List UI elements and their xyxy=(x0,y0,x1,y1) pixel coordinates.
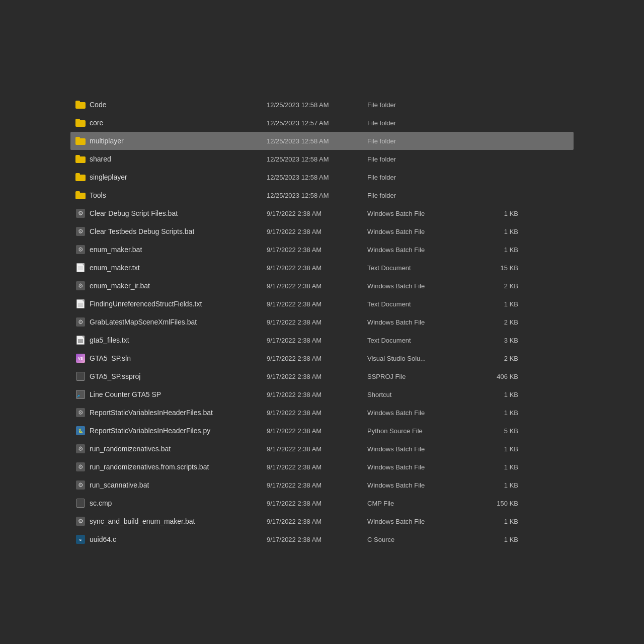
file-name-cell: multiplayer xyxy=(75,136,267,146)
file-name-cell: ↗Line Counter GTA5 SP xyxy=(75,389,267,399)
file-row[interactable]: ⚙run_randomizenatives.from.scripts.bat9/… xyxy=(70,458,574,476)
file-row[interactable]: ⚙run_scannative.bat9/17/2022 2:38 AMWind… xyxy=(70,476,574,494)
file-size: 1 KB xyxy=(468,246,518,254)
file-name-cell: FindingUnreferencedStructFields.txt xyxy=(75,299,267,309)
file-row[interactable]: cuuid64.c9/17/2022 2:38 AMC Source1 KB xyxy=(70,530,574,548)
file-type: Text Document xyxy=(367,264,468,272)
file-row[interactable]: gta5_files.txt9/17/2022 2:38 AMText Docu… xyxy=(70,331,574,349)
file-row[interactable]: core12/25/2023 12:57 AMFile folder xyxy=(70,114,574,132)
file-type: Text Document xyxy=(367,300,468,308)
file-row[interactable]: singleplayer12/25/2023 12:58 AMFile fold… xyxy=(70,168,574,186)
file-name: Clear Debug Script Files.bat xyxy=(90,209,178,217)
file-size: 2 KB xyxy=(468,282,518,290)
file-date: 9/17/2022 2:38 AM xyxy=(267,300,367,308)
file-name: Line Counter GTA5 SP xyxy=(90,390,161,398)
file-name: multiplayer xyxy=(90,137,124,145)
file-name-cell: ⚙sync_and_build_enum_maker.bat xyxy=(75,516,267,526)
bat-file-icon: ⚙ xyxy=(75,516,86,526)
file-type: File folder xyxy=(367,174,468,181)
file-row[interactable]: ⚙Clear Testbeds Debug Scripts.bat9/17/20… xyxy=(70,222,574,240)
file-name: enum_maker_ir.bat xyxy=(90,282,150,290)
file-date: 12/25/2023 12:58 AM xyxy=(267,192,367,199)
folder-icon xyxy=(75,190,86,200)
file-row[interactable]: VSGTA5_SP.sln9/17/2022 2:38 AMVisual Stu… xyxy=(70,349,574,367)
file-date: 9/17/2022 2:38 AM xyxy=(267,391,367,398)
file-date: 9/17/2022 2:38 AM xyxy=(267,518,367,525)
file-row[interactable]: ⚙Clear Debug Script Files.bat9/17/2022 2… xyxy=(70,204,574,222)
file-type: Visual Studio Solu... xyxy=(367,355,468,362)
file-name: run_randomizenatives.bat xyxy=(90,445,171,453)
file-name-cell: Code xyxy=(75,100,267,110)
file-size: 1 KB xyxy=(468,481,518,489)
file-name: run_randomizenatives.from.scripts.bat xyxy=(90,463,209,471)
file-name: gta5_files.txt xyxy=(90,336,129,344)
file-name-cell: sc.cmp xyxy=(75,498,267,508)
file-size: 1 KB xyxy=(468,518,518,525)
folder-icon xyxy=(75,172,86,182)
file-row[interactable]: FindingUnreferencedStructFields.txt9/17/… xyxy=(70,295,574,313)
file-row[interactable]: ⚙enum_maker.bat9/17/2022 2:38 AMWindows … xyxy=(70,240,574,259)
file-type: Text Document xyxy=(367,337,468,344)
file-name: sc.cmp xyxy=(90,499,112,507)
file-name: Clear Testbeds Debug Scripts.bat xyxy=(90,227,194,235)
file-name-cell: ⚙GrabLatestMapSceneXmlFiles.bat xyxy=(75,317,267,327)
file-name: Code xyxy=(90,101,106,109)
file-row[interactable]: ⚙ReportStaticVariablesInHeaderFiles.bat9… xyxy=(70,404,574,422)
file-name-cell: 🐍ReportStaticVariablesInHeaderFiles.py xyxy=(75,426,267,436)
file-date: 9/17/2022 2:38 AM xyxy=(267,481,367,489)
file-size: 406 KB xyxy=(468,373,518,380)
file-row[interactable]: 🐍ReportStaticVariablesInHeaderFiles.py9/… xyxy=(70,422,574,440)
c-file-icon: c xyxy=(75,534,86,544)
file-type: Python Source File xyxy=(367,427,468,435)
file-row[interactable]: sc.cmp9/17/2022 2:38 AMCMP File150 KB xyxy=(70,494,574,512)
file-type: Windows Batch File xyxy=(367,318,468,326)
file-name-cell: ⚙run_randomizenatives.from.scripts.bat xyxy=(75,462,267,472)
file-name-cell: ⚙enum_maker_ir.bat xyxy=(75,281,267,291)
file-row[interactable]: ↗Line Counter GTA5 SP9/17/2022 2:38 AMSh… xyxy=(70,385,574,404)
file-name-cell: GTA5_SP.ssproj xyxy=(75,371,267,381)
file-type: File folder xyxy=(367,192,468,199)
file-type: Windows Batch File xyxy=(367,481,468,489)
file-name-cell: ⚙enum_maker.bat xyxy=(75,245,267,255)
text-file-icon xyxy=(75,299,86,309)
file-size: 15 KB xyxy=(468,264,518,272)
file-type: Windows Batch File xyxy=(367,246,468,254)
file-name: GTA5_SP.ssproj xyxy=(90,372,140,380)
file-date: 9/17/2022 2:38 AM xyxy=(267,246,367,254)
file-size: 1 KB xyxy=(468,210,518,217)
folder-icon xyxy=(75,100,86,110)
file-date: 9/17/2022 2:38 AM xyxy=(267,536,367,543)
file-row[interactable]: Code12/25/2023 12:58 AMFile folder xyxy=(70,96,574,114)
file-row[interactable]: ⚙sync_and_build_enum_maker.bat9/17/2022 … xyxy=(70,512,574,530)
bat-file-icon: ⚙ xyxy=(75,208,86,218)
file-type: File folder xyxy=(367,119,468,127)
file-size: 1 KB xyxy=(468,445,518,453)
folder-icon xyxy=(75,118,86,128)
file-name-cell: gta5_files.txt xyxy=(75,335,267,345)
file-row[interactable]: GTA5_SP.ssproj9/17/2022 2:38 AMSSPROJ Fi… xyxy=(70,367,574,385)
file-name-cell: cuuid64.c xyxy=(75,534,267,544)
file-row[interactable]: ⚙enum_maker_ir.bat9/17/2022 2:38 AMWindo… xyxy=(70,277,574,295)
file-type: File folder xyxy=(367,101,468,109)
file-name-cell: Tools xyxy=(75,190,267,200)
file-row[interactable]: ⚙GrabLatestMapSceneXmlFiles.bat9/17/2022… xyxy=(70,313,574,331)
file-type: Shortcut xyxy=(367,391,468,398)
file-date: 9/17/2022 2:38 AM xyxy=(267,373,367,380)
python-file-icon: 🐍 xyxy=(75,426,86,436)
file-date: 9/17/2022 2:38 AM xyxy=(267,427,367,435)
file-name: GTA5_SP.sln xyxy=(90,354,131,362)
file-row[interactable]: multiplayer12/25/2023 12:58 AMFile folde… xyxy=(70,132,574,150)
file-type: File folder xyxy=(367,155,468,163)
file-size: 2 KB xyxy=(468,355,518,362)
file-row[interactable]: shared12/25/2023 12:58 AMFile folder xyxy=(70,150,574,168)
file-name-cell: ⚙ReportStaticVariablesInHeaderFiles.bat xyxy=(75,408,267,418)
file-row[interactable]: ⚙run_randomizenatives.bat9/17/2022 2:38 … xyxy=(70,440,574,458)
file-explorer: Code12/25/2023 12:58 AMFile foldercore12… xyxy=(70,86,574,558)
file-row[interactable]: enum_maker.txt9/17/2022 2:38 AMText Docu… xyxy=(70,259,574,277)
file-row[interactable]: Tools12/25/2023 12:58 AMFile folder xyxy=(70,186,574,204)
file-name: core xyxy=(90,119,103,127)
file-name: shared xyxy=(90,155,111,163)
shortcut-file-icon: ↗ xyxy=(75,389,86,399)
file-date: 9/17/2022 2:38 AM xyxy=(267,500,367,507)
file-name-cell: ⚙Clear Testbeds Debug Scripts.bat xyxy=(75,226,267,236)
